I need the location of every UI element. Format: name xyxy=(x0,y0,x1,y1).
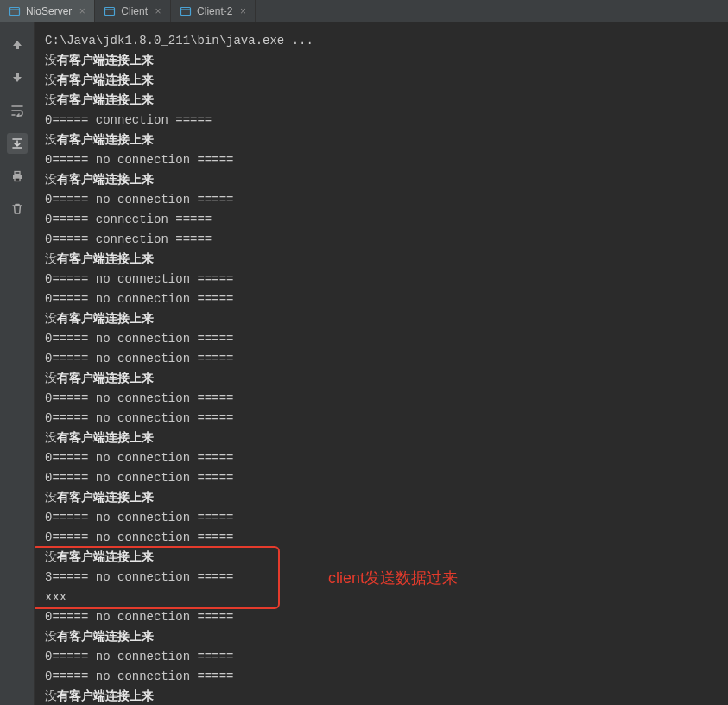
tab-label: Client xyxy=(121,5,148,17)
console-line: 没有客户端连接上来 xyxy=(35,71,728,91)
close-icon[interactable]: × xyxy=(153,6,163,16)
console-line: 没有客户端连接上来 xyxy=(35,627,728,647)
soft-wrap-icon[interactable] xyxy=(7,100,28,121)
console-line: 0===== no connection ===== xyxy=(35,190,728,210)
tab-nioserver[interactable]: NioServer × xyxy=(0,0,95,22)
console-line: 没有客户端连接上来 xyxy=(35,91,728,111)
svg-rect-7 xyxy=(15,172,20,175)
console-output[interactable]: C:\Java\jdk1.8.0_211\bin\java.exe ...没有客… xyxy=(35,22,728,705)
console-line: 没有客户端连接上来 xyxy=(35,250,728,270)
console-line: 0===== no connection ===== xyxy=(35,607,728,627)
arrow-down-icon[interactable] xyxy=(7,67,28,88)
tab-client-2[interactable]: Client-2 × xyxy=(171,0,256,22)
console-line: 0===== no connection ===== xyxy=(35,270,728,289)
console-line: 0===== no connection ===== xyxy=(35,528,728,548)
scroll-to-end-icon[interactable] xyxy=(7,133,28,154)
console-line: 没有客户端连接上来 xyxy=(35,51,728,71)
run-tabs: NioServer × Client × Client-2 × xyxy=(0,0,728,22)
close-icon[interactable]: × xyxy=(77,6,87,16)
console-line: 0===== no connection ===== xyxy=(35,349,728,369)
console-line: 0===== no connection ===== xyxy=(35,150,728,170)
print-icon[interactable] xyxy=(7,166,28,187)
console-line: 没有客户端连接上来 xyxy=(35,170,728,190)
console-line: 3===== no connection ===== xyxy=(35,568,728,588)
console-line: 没有客户端连接上来 xyxy=(35,488,728,508)
arrow-up-icon[interactable] xyxy=(7,35,28,55)
trash-icon[interactable] xyxy=(7,199,28,219)
close-icon[interactable]: × xyxy=(237,6,248,16)
console-line: 0===== no connection ===== xyxy=(35,389,728,409)
svg-rect-0 xyxy=(10,7,20,15)
console-line: 0===== no connection ===== xyxy=(35,329,728,349)
console-line: 0===== no connection ===== xyxy=(35,508,728,528)
console-line: 没有客户端连接上来 xyxy=(35,429,728,448)
tab-label: NioServer xyxy=(26,5,72,17)
console-line: 没有客户端连接上来 xyxy=(35,548,728,568)
console-line: 0===== connection ===== xyxy=(35,210,728,230)
console-line: xxx xyxy=(35,588,728,607)
tab-label: Client-2 xyxy=(197,5,232,17)
console-line: 没有客户端连接上来 xyxy=(35,687,728,705)
svg-rect-4 xyxy=(181,7,191,15)
run-config-icon xyxy=(104,5,116,17)
console-line: 0===== no connection ===== xyxy=(35,448,728,468)
console-line: 没有客户端连接上来 xyxy=(35,369,728,389)
console-line: 0===== no connection ===== xyxy=(35,409,728,429)
run-config-icon xyxy=(180,5,192,17)
console-line: 0===== no connection ===== xyxy=(35,667,728,687)
tab-client[interactable]: Client × xyxy=(95,0,171,22)
console-line: 0===== no connection ===== xyxy=(35,647,728,667)
console-line: 0===== connection ===== xyxy=(35,230,728,250)
console-line: C:\Java\jdk1.8.0_211\bin\java.exe ... xyxy=(35,31,728,51)
console-toolbar xyxy=(0,22,35,705)
run-config-icon xyxy=(9,5,21,17)
svg-rect-2 xyxy=(105,7,115,15)
console-line: 0===== no connection ===== xyxy=(35,289,728,309)
console-line: 0===== no connection ===== xyxy=(35,468,728,488)
console-line: 没有客户端连接上来 xyxy=(35,130,728,150)
console-line: 没有客户端连接上来 xyxy=(35,309,728,329)
console-line: 0===== connection ===== xyxy=(35,111,728,130)
svg-rect-8 xyxy=(15,178,20,181)
